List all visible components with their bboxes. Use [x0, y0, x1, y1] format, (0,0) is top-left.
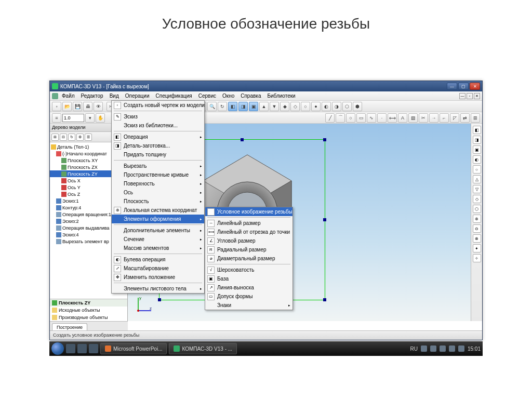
tray-icon-4[interactable]	[449, 345, 455, 352]
mi-roughness[interactable]: √Шероховатость	[205, 265, 292, 274]
mi-blank-part[interactable]: ◨Деталь-заготовка...	[112, 141, 204, 150]
bottom-item-2[interactable]: Производные объекты	[59, 315, 108, 320]
maximize-button[interactable]: ▢	[458, 83, 469, 90]
mi-radial-dim[interactable]: RРадиальный размер	[205, 245, 292, 254]
spline-tool[interactable]: ∿	[367, 113, 376, 123]
tool-a-button[interactable]: ▲	[259, 102, 269, 111]
handle-bl[interactable]	[158, 298, 161, 301]
arc-tool[interactable]: ⌒	[336, 113, 345, 123]
mi-boolean[interactable]: ◐Булева операция	[112, 255, 204, 264]
mi-reposition[interactable]: ✥Изменить положение	[112, 273, 204, 282]
mi-sketch[interactable]: ✎Эскиз	[112, 112, 204, 121]
new-button[interactable]: ▫	[52, 102, 61, 111]
rtool-8[interactable]: ◇	[473, 195, 481, 203]
handle-tc[interactable]	[241, 138, 244, 141]
handle-tr[interactable]	[323, 138, 326, 141]
tree-tool-2[interactable]: ⊟	[60, 134, 67, 141]
mi-section[interactable]: Сечение▸	[112, 235, 204, 244]
rotate-button[interactable]: ↻	[218, 102, 227, 111]
handle-mr[interactable]	[323, 218, 326, 221]
tool-j-button[interactable]: ⬢	[353, 102, 362, 111]
menu-operations[interactable]: Операции	[123, 92, 152, 100]
tool-c-button[interactable]: ◆	[280, 102, 289, 111]
rtool-2[interactable]: ◨	[473, 136, 481, 144]
menu-file[interactable]: Файл	[59, 92, 77, 100]
doc-close-button[interactable]: ✕	[474, 93, 480, 99]
mi-plane[interactable]: Плоскость▸	[112, 197, 204, 206]
menu-libraries[interactable]: Библиотеки	[264, 92, 298, 100]
menu-window[interactable]: Окно	[220, 92, 237, 100]
tray-icon-3[interactable]	[440, 345, 446, 352]
quicklaunch-1[interactable]	[66, 344, 75, 353]
mi-thicken[interactable]: Придать толщину	[112, 150, 204, 159]
design-elements-submenu[interactable]: ⌀Условное изображение резьбы ↔Линейный р…	[205, 207, 293, 310]
rtool-10[interactable]: ⊕	[473, 215, 481, 223]
windows-taskbar[interactable]: Microsoft PowerPoi... КОМПАС-3D V13 - ..…	[49, 341, 483, 356]
menu-view[interactable]: Вид	[107, 92, 122, 100]
dropdown-arrow[interactable]: ▾	[85, 113, 95, 123]
point-tool[interactable]: ·	[377, 113, 387, 123]
trim-tool[interactable]: ✂	[419, 113, 428, 123]
fillet-tool[interactable]: ⌐	[440, 113, 449, 123]
rtool-12[interactable]: ⊗	[473, 234, 481, 243]
tool-i-button[interactable]: ⬡	[342, 102, 352, 111]
mi-linear-seg-dim[interactable]: ⟷Линейный от отрезка до точки	[205, 228, 292, 236]
open-button[interactable]: 📂	[62, 102, 72, 111]
print-button[interactable]: 🖶	[83, 102, 92, 111]
mi-thread-symbol[interactable]: ⌀Условное изображение резьбы	[205, 207, 292, 216]
zoom-in-button[interactable]: 🔍	[207, 102, 217, 111]
handle-br[interactable]	[323, 298, 326, 301]
array-tool[interactable]: ⊞	[471, 113, 480, 123]
tree-tool-4[interactable]: ⚙	[76, 134, 84, 141]
quicklaunch-2[interactable]	[77, 344, 87, 353]
taskbar-powerpoint[interactable]: Microsoft PowerPoi...	[100, 343, 167, 354]
hatch-tool[interactable]: ▨	[408, 113, 418, 123]
taskbar-kompas[interactable]: КОМПАС-3D V13 - ...	[169, 343, 237, 354]
window-titlebar[interactable]: КОМПАС-3D V13 - [Гайка с вырезом] — ▢ ✕	[50, 81, 482, 91]
preview-button[interactable]: 👁	[94, 102, 103, 111]
close-button[interactable]: ✕	[470, 83, 480, 90]
dim-tool[interactable]: ⟷	[388, 113, 397, 123]
start-button[interactable]	[51, 342, 64, 355]
rtool-9[interactable]: ⬡	[473, 205, 481, 213]
mi-diametral-dim[interactable]: ⌀Диаметральный размер	[205, 254, 292, 263]
mi-additional[interactable]: Дополнительные элементы▸	[112, 226, 204, 235]
mi-leader[interactable]: ↗Линия-выноска	[205, 283, 292, 292]
tool-g-button[interactable]: ◐	[322, 102, 331, 111]
rect-tool[interactable]: ▭	[356, 113, 366, 123]
extend-tool[interactable]: →	[429, 113, 438, 123]
view-iso-button[interactable]: ◧	[228, 102, 237, 111]
save-button[interactable]: 💾	[73, 102, 82, 111]
system-tray[interactable]: RU 15:01	[410, 345, 481, 352]
lang-indicator[interactable]: RU	[410, 346, 418, 352]
mi-symbols[interactable]: Знаки▸	[205, 301, 292, 310]
mi-cut[interactable]: Вырезать▸	[112, 162, 204, 170]
minimize-button[interactable]: —	[447, 83, 457, 90]
rtool-1[interactable]: ◧	[473, 126, 481, 134]
quicklaunch-3[interactable]	[89, 344, 98, 353]
circle-tool[interactable]: ○	[346, 113, 355, 123]
mi-design-elements[interactable]: Элементы оформления▸	[112, 215, 204, 223]
rtool-3[interactable]: ▣	[473, 145, 481, 154]
tray-icon-2[interactable]	[430, 345, 436, 352]
mi-surface[interactable]: Поверхность▸	[112, 179, 204, 188]
menu-specification[interactable]: Спецификация	[153, 92, 195, 100]
tree-tool-1[interactable]: ⊞	[51, 134, 59, 141]
shade-button[interactable]: ◨	[238, 102, 248, 111]
menu-help[interactable]: Справка	[238, 92, 263, 100]
mi-linear-dim[interactable]: ↔Линейный размер	[205, 219, 292, 228]
mi-operation[interactable]: ◧Операция▸	[112, 132, 204, 141]
mi-space-curves[interactable]: Пространственные кривые▸	[112, 170, 204, 179]
zoom-input[interactable]	[62, 114, 84, 122]
mi-datum[interactable]: ▣База	[205, 274, 292, 283]
operations-menu[interactable]: ▫Создать новый чертеж из модели ✎Эскиз Э…	[111, 100, 205, 294]
mi-tolerance[interactable]: ▭Допуск формы	[205, 292, 292, 301]
rtool-11[interactable]: ⊖	[473, 224, 481, 233]
mirror-tool[interactable]: ⇄	[460, 113, 470, 123]
tree-tool-3[interactable]: ↻	[68, 134, 75, 141]
tray-icon-1[interactable]	[421, 345, 427, 352]
tool-d-button[interactable]: ◇	[290, 102, 300, 111]
tray-icon-5[interactable]	[458, 345, 464, 352]
tool-f-button[interactable]: ●	[311, 102, 321, 111]
mi-scale[interactable]: ⤢Масштабирование	[112, 264, 204, 273]
